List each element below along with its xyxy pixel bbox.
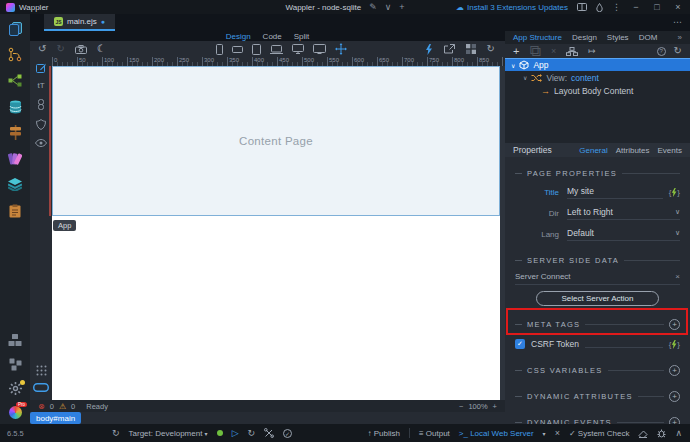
project-files-icon[interactable]: [7, 21, 23, 36]
device-phone-landscape-icon[interactable]: [232, 46, 243, 53]
refresh-view-icon[interactable]: ↻: [487, 44, 495, 54]
clear-output-eraser-icon[interactable]: [638, 429, 648, 438]
extensions-updates-link[interactable]: ☁ Install 3 Extensions Updates: [456, 3, 568, 12]
pages-layers-icon[interactable]: [7, 177, 23, 192]
refresh-structure-icon[interactable]: ↻: [674, 46, 682, 56]
title-input[interactable]: My site: [567, 186, 663, 199]
design-palette-icon[interactable]: [7, 151, 23, 166]
dark-mode-moon-icon[interactable]: ☾: [97, 44, 106, 54]
add-css-variable-button[interactable]: +: [669, 365, 680, 376]
web-server-selector[interactable]: >_ Local Web Server: [459, 429, 534, 438]
chevron-down-icon[interactable]: ∨: [511, 62, 515, 69]
chevron-down-icon[interactable]: ∨: [523, 74, 527, 81]
tabs-overflow-icon[interactable]: »: [678, 33, 682, 42]
csrf-input[interactable]: [585, 340, 663, 348]
delete-component-icon[interactable]: ×: [551, 46, 556, 56]
map-to-icon[interactable]: ↦: [588, 46, 596, 56]
anchor-link-icon[interactable]: [37, 99, 45, 110]
device-frame-toggle-icon[interactable]: [33, 383, 49, 392]
undo-icon[interactable]: ↺: [38, 44, 46, 54]
dir-select[interactable]: Left to Right∨: [567, 207, 680, 220]
zoom-level[interactable]: 100%: [468, 402, 487, 411]
tree-item-layout-body[interactable]: → Layout Body Content: [505, 84, 690, 97]
mode-code[interactable]: Code: [263, 32, 282, 41]
workflows-clipboard-icon[interactable]: [7, 203, 23, 218]
publish-button[interactable]: ↑ Publish: [367, 429, 399, 438]
theme-droplet-icon[interactable]: [596, 3, 603, 12]
zoom-in-button[interactable]: +: [493, 402, 497, 411]
device-phone-icon[interactable]: [216, 44, 223, 55]
restart-button[interactable]: ↻: [248, 428, 256, 438]
tab-styles[interactable]: Styles: [607, 33, 629, 42]
page-body[interactable]: Content Page: [52, 66, 500, 400]
visibility-eye-icon[interactable]: [35, 139, 47, 147]
routing-icon[interactable]: [7, 125, 23, 140]
csrf-checkbox[interactable]: ✓: [515, 339, 525, 349]
mode-design[interactable]: Design: [226, 32, 251, 41]
maximize-button[interactable]: □: [651, 2, 663, 12]
stop-server-icon[interactable]: ×: [555, 428, 560, 438]
server-chevron-icon[interactable]: ▾: [543, 430, 546, 437]
edit-mode-icon[interactable]: [36, 62, 47, 73]
sitemap-icon[interactable]: [566, 47, 578, 56]
grid-dots-icon[interactable]: [36, 365, 47, 376]
minimize-button[interactable]: −: [630, 2, 642, 12]
title-label[interactable]: Title: [515, 188, 559, 197]
text-size-icon[interactable]: tT: [37, 82, 44, 90]
debug-bug-icon[interactable]: [657, 428, 666, 438]
clear-server-action-icon[interactable]: ×: [675, 272, 680, 281]
tree-item-app[interactable]: ∨ App: [505, 58, 690, 71]
redo-icon[interactable]: ↻: [56, 44, 64, 54]
project-chevron-down-icon[interactable]: ∨: [385, 3, 392, 12]
screenshot-camera-icon[interactable]: [75, 45, 87, 54]
zoom-out-button[interactable]: −: [459, 402, 463, 411]
content-view-region[interactable]: Content Page: [52, 66, 500, 216]
tab-dom[interactable]: DOM: [639, 33, 658, 42]
help-icon[interactable]: ?: [657, 47, 666, 56]
close-button[interactable]: ×: [672, 2, 684, 12]
modules-icon[interactable]: [7, 333, 23, 348]
database-connections-icon[interactable]: [7, 73, 23, 88]
output-button[interactable]: ≡ Output: [419, 429, 450, 438]
device-monitor-icon[interactable]: [313, 44, 326, 54]
validate-check-icon[interactable]: ✓: [283, 429, 292, 438]
target-selector[interactable]: Target: Development ▾: [129, 429, 208, 438]
device-tablet-icon[interactable]: [252, 44, 261, 55]
rename-project-icon[interactable]: ✎: [369, 3, 377, 12]
components-grid-icon[interactable]: [466, 44, 476, 54]
fluid-move-icon[interactable]: [335, 43, 347, 55]
tab-app-structure[interactable]: App Structure: [513, 33, 562, 42]
app-connect-bolt-icon[interactable]: [425, 44, 433, 55]
extensions-puzzle-icon[interactable]: [7, 357, 23, 372]
shield-icon[interactable]: [36, 119, 46, 130]
dynamic-binding-icon[interactable]: {}: [669, 188, 680, 197]
add-meta-tag-button[interactable]: +: [669, 319, 680, 330]
docs-icon[interactable]: [577, 3, 587, 11]
copy-component-icon[interactable]: ⧉: [529, 42, 540, 60]
lang-select[interactable]: Default∨: [567, 228, 680, 241]
expand-panel-icon[interactable]: ∧: [675, 428, 682, 438]
new-project-icon[interactable]: +: [399, 3, 404, 12]
git-manager-icon[interactable]: [7, 47, 23, 62]
sync-target-icon[interactable]: ↻: [112, 428, 120, 438]
tab-general[interactable]: General: [579, 146, 607, 155]
settings-gear-icon[interactable]: [7, 381, 23, 396]
open-in-browser-icon[interactable]: [444, 44, 455, 54]
system-check-button[interactable]: ✓ System Check: [569, 429, 630, 438]
select-server-action-button[interactable]: Select Server Action: [536, 291, 658, 306]
tab-attributes[interactable]: Attributes: [616, 146, 650, 155]
mode-split[interactable]: Split: [294, 32, 310, 41]
tree-item-view[interactable]: ∨ View: content: [505, 71, 690, 84]
run-button[interactable]: ▷: [232, 428, 239, 438]
tab-overflow-icon[interactable]: ⋯: [665, 14, 690, 31]
tab-design[interactable]: Design: [572, 33, 597, 42]
database-manager-icon[interactable]: [7, 99, 23, 114]
dynamic-binding-icon[interactable]: {}: [669, 340, 680, 349]
deploy-tools-icon[interactable]: [264, 428, 274, 438]
wappler-pro-icon[interactable]: Pro: [7, 405, 23, 420]
tab-events[interactable]: Events: [658, 146, 682, 155]
add-component-icon[interactable]: +: [513, 45, 519, 57]
add-dynamic-attribute-button[interactable]: +: [669, 391, 680, 402]
tab-main-ejs[interactable]: JS main.ejs ●: [44, 14, 115, 31]
kebab-menu-icon[interactable]: ⋮: [612, 3, 621, 12]
